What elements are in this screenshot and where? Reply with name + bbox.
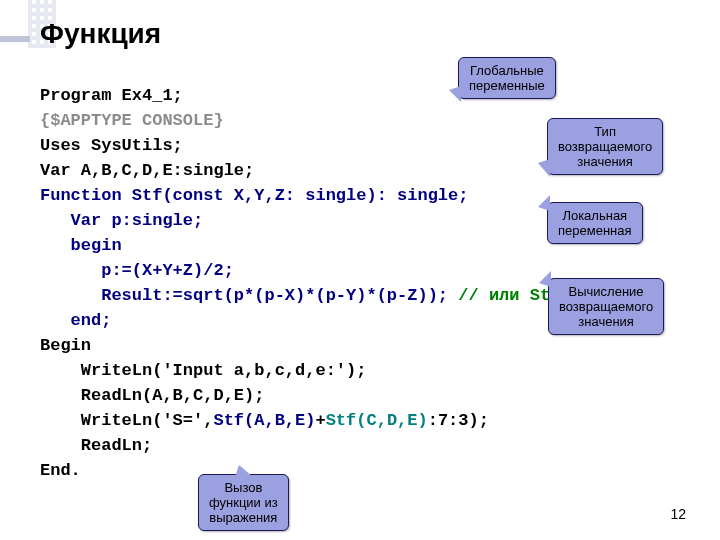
callout-text: значения bbox=[559, 314, 653, 329]
callout-tail bbox=[538, 159, 550, 177]
code-block: Program Ex4_1; {$APPTYPE CONSOLE} Uses S… bbox=[40, 58, 601, 483]
callout-text: Глобальные bbox=[469, 63, 545, 78]
callout-tail bbox=[449, 86, 461, 102]
callout-local-var: Локальная переменная bbox=[547, 202, 643, 244]
code-line: begin bbox=[40, 236, 122, 255]
code-line: Result:=sqrt(p*(p-X)*(p-Y)*(p-Z)); bbox=[40, 286, 448, 305]
code-line: WriteLn('S=', bbox=[40, 411, 213, 430]
callout-text: Вычисление bbox=[559, 284, 653, 299]
callout-text: переменная bbox=[558, 223, 632, 238]
callout-text: выражения bbox=[209, 510, 278, 525]
callout-text: Локальная bbox=[558, 208, 632, 223]
page-number: 12 bbox=[670, 506, 686, 522]
code-line: Program Ex4_1; bbox=[40, 86, 183, 105]
code-line: ReadLn(A,B,C,D,E); bbox=[40, 386, 264, 405]
callout-return-type: Тип возвращаемого значения bbox=[547, 118, 663, 175]
code-line: Begin bbox=[40, 336, 91, 355]
code-line: Var A,B,C,D,E:single; bbox=[40, 161, 254, 180]
callout-return-calc: Вычисление возвращаемого значения bbox=[548, 278, 664, 335]
code-line: ReadLn; bbox=[40, 436, 152, 455]
code-call: Stf(C,D,E) bbox=[326, 411, 428, 430]
callout-text: возвращаемого bbox=[558, 139, 652, 154]
callout-text: Вызов bbox=[209, 480, 278, 495]
code-line: {$APPTYPE CONSOLE} bbox=[40, 111, 224, 130]
code-line: end; bbox=[40, 311, 111, 330]
code-tail: :7:3); bbox=[428, 411, 489, 430]
code-line: WriteLn('Input a,b,c,d,e:'); bbox=[40, 361, 366, 380]
code-call: Stf(A,B,E) bbox=[213, 411, 315, 430]
code-line: Function Stf(const X,Y,Z: single): singl… bbox=[40, 186, 468, 205]
callout-call-from-expr: Вызов функции из выражения bbox=[198, 474, 289, 531]
code-op: + bbox=[315, 411, 325, 430]
callout-global-vars: Глобальные переменные bbox=[458, 57, 556, 99]
slide-title: Функция bbox=[40, 18, 161, 50]
code-line: Uses SysUtils; bbox=[40, 136, 183, 155]
code-line: Var p:single; bbox=[40, 211, 203, 230]
callout-tail bbox=[235, 465, 253, 477]
callout-text: функции из bbox=[209, 495, 278, 510]
code-line: End. bbox=[40, 461, 81, 480]
callout-tail bbox=[538, 195, 550, 211]
callout-text: переменные bbox=[469, 78, 545, 93]
callout-tail bbox=[539, 271, 551, 287]
decoration-bar bbox=[0, 36, 30, 42]
callout-text: значения bbox=[558, 154, 652, 169]
callout-text: Тип bbox=[558, 124, 652, 139]
code-line: p:=(X+Y+Z)/2; bbox=[40, 261, 234, 280]
callout-text: возвращаемого bbox=[559, 299, 653, 314]
